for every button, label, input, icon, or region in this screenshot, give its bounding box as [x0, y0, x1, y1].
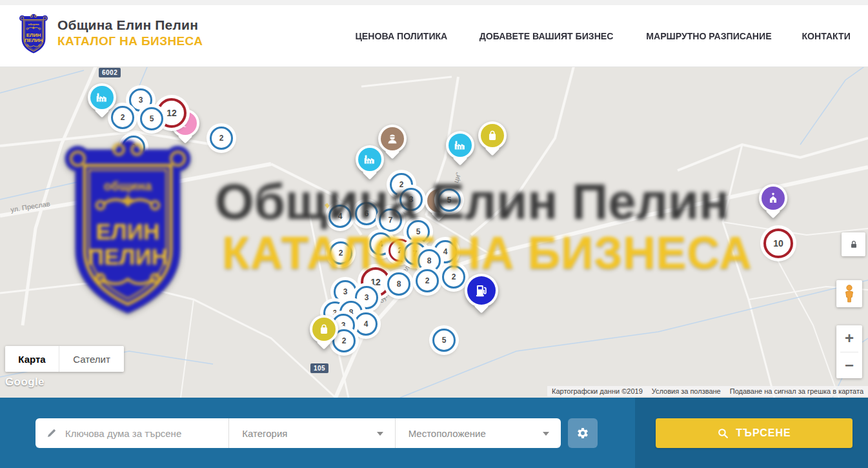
top-strip [0, 0, 868, 5]
factory-pin-marker[interactable] [446, 131, 474, 159]
cluster-marker[interactable]: 2 [329, 241, 352, 265]
nav-add-business[interactable]: ДОБАВЕТЕ ВАШИЯТ БИЗНЕС [479, 30, 614, 41]
main-nav: ЦЕНОВА ПОЛИТИКА ДОБАВЕТЕ ВАШИЯТ БИЗНЕС М… [352, 5, 852, 66]
attribution-copyright: Картографски данни ©2019 [547, 386, 647, 396]
cluster-marker[interactable]: 6 [355, 202, 378, 225]
church-pin-marker[interactable] [759, 184, 787, 212]
bag-pin-marker[interactable] [310, 315, 338, 343]
map-type-control: Карта Сателит [5, 346, 124, 372]
street-view-pegman[interactable] [836, 280, 862, 307]
zoom-control: + − [836, 325, 862, 378]
zoom-out-button[interactable]: − [836, 352, 862, 379]
zoom-in-button[interactable]: + [836, 325, 862, 352]
category-select-value: Категория [242, 428, 287, 439]
chevron-down-icon [543, 432, 549, 436]
cluster-marker[interactable]: 5 [140, 107, 163, 130]
page: Община Елин Пелин КАТАЛОГ НА БИЗНЕСА ЦЕН… [0, 0, 868, 468]
cluster-marker[interactable]: 5 [432, 329, 456, 352]
nav-pricing-policy[interactable]: ЦЕНОВА ПОЛИТИКА [356, 30, 448, 41]
search-bar: Категория Местоположение ТЪРСЕНЕ [0, 398, 868, 468]
cluster-marker[interactable]: 2 [416, 269, 439, 292]
search-icon [717, 427, 729, 440]
site-subtitle: КАТАЛОГ НА БИЗНЕСА [57, 34, 203, 49]
cluster-marker[interactable]: 2 [111, 106, 134, 129]
factory-pin-marker[interactable] [356, 145, 384, 174]
map-type-map-button[interactable]: Карта [5, 346, 59, 372]
google-logo[interactable]: Google [5, 376, 45, 389]
cluster-marker[interactable]: 4 [354, 312, 378, 336]
keyword-search-input[interactable] [64, 427, 228, 440]
gear-icon [576, 426, 590, 440]
cluster-marker[interactable]: 2 [442, 265, 465, 289]
cluster-marker[interactable]: 5 [438, 188, 461, 212]
nav-route-schedule[interactable]: МАРШРУТНО РАЗПИСАНИЕ [646, 30, 771, 41]
bag-pin-marker[interactable] [478, 121, 507, 150]
worker-pin-marker[interactable] [378, 125, 407, 153]
factory-pin-marker[interactable] [88, 83, 116, 112]
cluster-marker[interactable]: 8 [387, 272, 410, 296]
map-attribution: Картографски данни ©2019 Условия за полз… [547, 386, 868, 396]
header: Община Елин Пелин КАТАЛОГ НА БИЗНЕСА ЦЕН… [0, 5, 868, 67]
cluster-marker[interactable]: 2 [122, 136, 145, 159]
fuel-pin-marker[interactable] [465, 274, 498, 307]
chevron-down-icon [377, 432, 383, 436]
pencil-icon [46, 427, 57, 439]
road-shield-label: 6002 [99, 68, 121, 77]
search-button[interactable]: ТЪРСЕНЕ [656, 418, 853, 448]
road-shield-label: 105 [310, 363, 328, 373]
pegman-icon [842, 284, 856, 303]
map-type-satellite-button[interactable]: Сателит [59, 346, 124, 372]
site-title: Община Елин Пелин [57, 17, 203, 34]
search-field-group: Категория Местоположение [35, 418, 561, 448]
map-canvas[interactable]: 6002105 ул. Преславбул. „Новоселци" 3212… [0, 67, 868, 398]
location-select-value: Местоположение [409, 428, 486, 439]
cluster-marker[interactable]: 4 [328, 205, 352, 228]
cluster-marker[interactable]: 5 [407, 220, 430, 243]
attribution-terms-link[interactable]: Условия за ползване [647, 386, 725, 396]
cluster-marker[interactable]: 3 [334, 280, 357, 303]
marker-layer: 32125222356475422748128223338432510 [0, 67, 868, 398]
municipality-logo[interactable] [18, 12, 49, 57]
location-select[interactable]: Местоположение [395, 418, 561, 448]
advanced-settings-button[interactable] [568, 418, 598, 448]
cluster-marker[interactable]: 3 [399, 188, 423, 211]
lock-button[interactable] [842, 232, 865, 256]
cluster-marker[interactable]: 10 [763, 229, 793, 258]
lock-icon [849, 239, 859, 250]
nav-contacts[interactable]: КОНТАКТИ [802, 30, 850, 41]
cluster-marker[interactable]: 7 [379, 209, 402, 232]
attribution-report-link[interactable]: Подаване на сигнал за грешка в картата [725, 386, 868, 396]
brand-block[interactable]: Община Елин Пелин КАТАЛОГ НА БИЗНЕСА [57, 17, 203, 49]
category-select[interactable]: Категория [228, 418, 394, 448]
cluster-marker[interactable]: 2 [210, 127, 233, 150]
keyword-field-section [35, 418, 228, 448]
search-button-label: ТЪРСЕНЕ [736, 427, 791, 439]
